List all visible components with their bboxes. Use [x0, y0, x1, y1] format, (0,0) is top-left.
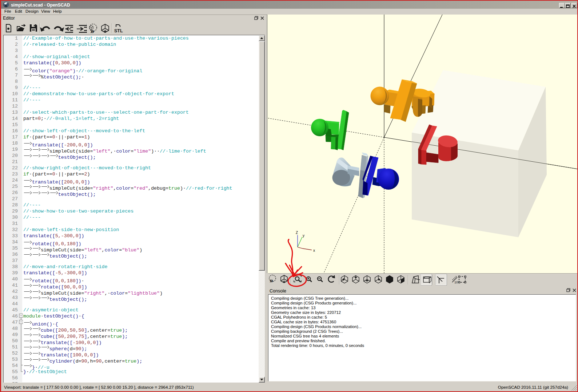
svg-text:»: »: [90, 27, 94, 35]
svg-text:STL: STL: [114, 28, 123, 33]
svg-text:x: x: [313, 248, 315, 252]
svg-text:10: 10: [454, 280, 458, 284]
svg-text:y: y: [303, 234, 304, 238]
svg-text:»: »: [270, 277, 273, 284]
svg-text:Z: Z: [296, 231, 298, 235]
